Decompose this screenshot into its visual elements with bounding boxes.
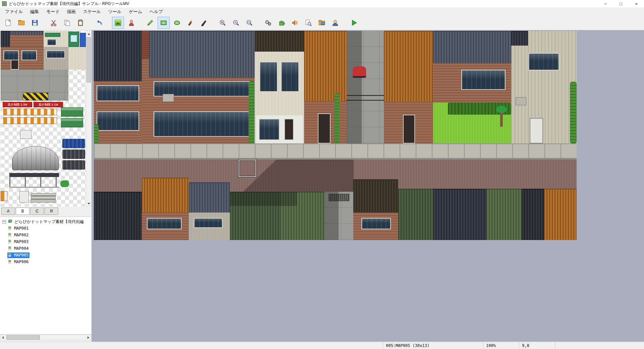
map-block-roof-dark2: [522, 189, 544, 240]
zoom-actual-button[interactable]: 1:1: [243, 17, 255, 29]
resource-manager-button[interactable]: [316, 17, 328, 29]
rectangle-tool-button[interactable]: [158, 17, 170, 29]
zoom-actual-icon: 1:1: [246, 19, 253, 26]
event-searcher-button[interactable]: [302, 17, 314, 29]
minimize-button[interactable]: −: [598, 0, 613, 7]
map-tree-item-MAP005[interactable]: MAP005: [0, 252, 91, 258]
map-tree-item-label: MAP006: [13, 259, 28, 264]
tree-collapse-icon[interactable]: [2, 220, 6, 224]
map-tree-item-MAP002[interactable]: MAP002: [0, 232, 91, 238]
palette-tab-A[interactable]: A: [1, 208, 15, 215]
map-tree-item-MAP006[interactable]: MAP006: [0, 258, 91, 265]
map-block-roof-brown: [353, 179, 398, 213]
tree-map-icon: [8, 253, 13, 258]
map-block-door-white: [530, 118, 543, 143]
database-button[interactable]: [262, 17, 274, 29]
close-button[interactable]: ×: [629, 0, 644, 7]
map-edit-mode-button[interactable]: [112, 17, 124, 29]
scroll-down-icon[interactable]: [86, 201, 91, 206]
shadow-pen-tool-button[interactable]: [198, 17, 210, 29]
palette-vertical-scrollbar[interactable]: [86, 31, 92, 207]
scroll-up-icon[interactable]: [86, 31, 91, 37]
map-view[interactable]: [92, 30, 644, 342]
sound-test-button[interactable]: [289, 17, 301, 29]
map-tree-item-MAP001[interactable]: MAP001: [0, 225, 91, 232]
palette-tab-R[interactable]: R: [45, 208, 58, 215]
map-tree-horizontal-scrollbar[interactable]: [0, 335, 91, 340]
tileset-palette[interactable]: 高さ制限 3.3M高さ制限 2.1M: [1, 31, 86, 207]
menu-item-7[interactable]: ヘルプ: [146, 8, 167, 16]
save-file-button[interactable]: [29, 17, 41, 29]
map-block-roof-dark: [94, 31, 142, 81]
status-empty-cell: [555, 342, 644, 349]
zoom-in-button[interactable]: [217, 17, 229, 29]
map-block-roof-orange: [544, 189, 577, 240]
scroll-left-icon[interactable]: [0, 335, 5, 340]
palette-block-sign-red: 高さ制限 3.3M: [3, 102, 32, 107]
plugin-manager-button[interactable]: [276, 17, 288, 29]
undo-icon: [96, 19, 103, 26]
character-generator-button[interactable]: [329, 17, 341, 29]
event-edit-mode-button[interactable]: [125, 17, 137, 29]
palette-block-wall-cream: [68, 47, 86, 70]
palette-block-barricade: [1, 191, 7, 201]
palette-block-glass: [3, 50, 19, 60]
palette-block-cart-gray: [20, 130, 32, 139]
map-block-glass: [154, 111, 250, 137]
playtest-button[interactable]: [348, 17, 360, 29]
zoom-out-button[interactable]: [230, 17, 242, 29]
menu-item-6[interactable]: ゲーム: [125, 8, 146, 16]
map-block-shadow: [230, 192, 297, 206]
palette-block-hut-gray: [12, 146, 59, 170]
window-controls: − □ ×: [598, 0, 644, 7]
palette-block-vending-blue: [80, 33, 86, 47]
map-block-glass: [194, 218, 223, 228]
palette-block-alley: [48, 93, 68, 101]
map-tree-root[interactable]: どらぴかドットマップ素材【現代街編: [0, 218, 91, 225]
playtest-icon: [350, 19, 358, 26]
tree-scrollbar-thumb[interactable]: [6, 335, 40, 340]
toolbar: 1:1: [0, 16, 644, 30]
open-file-icon: [18, 19, 25, 26]
app-icon: [2, 1, 7, 6]
map-tree-item-MAP004[interactable]: MAP004: [0, 245, 91, 252]
cut-button[interactable]: [48, 17, 60, 29]
menu-item-5[interactable]: ツール: [105, 8, 125, 16]
pencil-tool-button[interactable]: [144, 17, 156, 29]
palette-tab-B[interactable]: B: [16, 208, 30, 215]
menu-item-2[interactable]: モード: [43, 8, 63, 16]
new-file-button[interactable]: [2, 17, 14, 29]
ellipse-tool-button[interactable]: [171, 17, 183, 29]
paste-button[interactable]: [74, 17, 86, 29]
palette-scrollbar-thumb[interactable]: [86, 37, 91, 82]
copy-button[interactable]: [61, 17, 73, 29]
plugin-manager-icon: [278, 19, 285, 26]
maximize-button[interactable]: □: [613, 0, 629, 7]
menu-item-0[interactable]: ファイル: [1, 8, 26, 16]
palette-tabs: ABCR: [1, 208, 59, 215]
map-block-vine: [249, 81, 254, 143]
open-file-button[interactable]: [15, 17, 27, 29]
cut-icon: [50, 19, 57, 26]
palette-block-roof-dark: [1, 31, 10, 47]
map-block-roof-orange: [304, 31, 347, 101]
palette-block-glass: [46, 50, 65, 58]
menu-item-1[interactable]: 編集: [26, 8, 43, 16]
map-tree[interactable]: どらぴかドットマップ素材【現代街編MAP001MAP002MAP003MAP00…: [0, 217, 91, 335]
menu-item-3[interactable]: 描画: [63, 8, 79, 16]
undo-button[interactable]: [93, 17, 105, 29]
map-tree-item-MAP003[interactable]: MAP003: [0, 238, 91, 245]
status-map-info-cell: 005:MAP005 (30x13): [383, 342, 483, 349]
palette-tab-C[interactable]: C: [30, 208, 44, 215]
menu-item-4[interactable]: スケール: [79, 8, 105, 16]
map-canvas[interactable]: [94, 31, 577, 240]
scroll-right-icon[interactable]: [86, 335, 91, 340]
map-block-roof-slate: [149, 31, 254, 78]
flood-fill-tool-button[interactable]: [184, 17, 196, 29]
map-block-wire: [347, 95, 384, 96]
resource-manager-icon: [318, 19, 326, 26]
map-tree-root-label: どらぴかドットマップ素材【現代街編: [13, 219, 84, 225]
ellipse-tool-icon: [173, 19, 181, 26]
title-bar[interactable]: どらぴかドットマップ素材【現代街編】サンプル - RPGツールMV − □ ×: [0, 0, 644, 8]
new-file-icon: [4, 19, 12, 26]
